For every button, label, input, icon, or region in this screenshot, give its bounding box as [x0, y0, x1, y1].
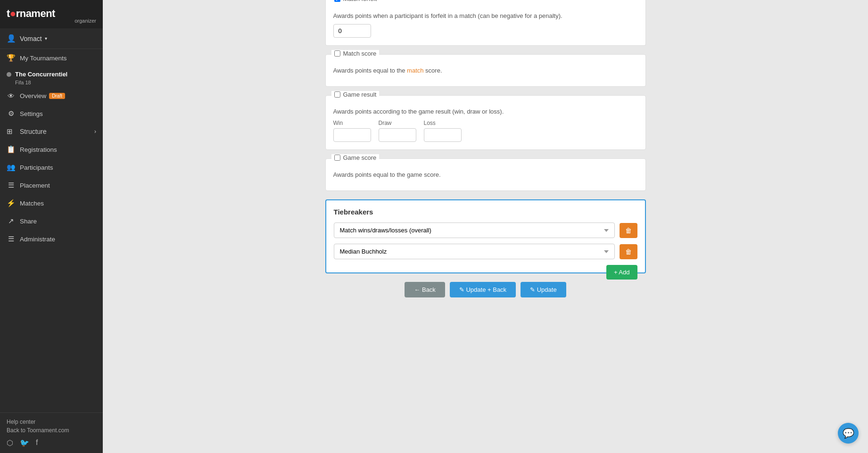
- logo-area: t●rnament organizer: [0, 0, 103, 28]
- tiebreaker-row-1: Match wins/draws/losses (overall) Median…: [334, 222, 637, 238]
- match-forfeit-section: Match forfeit Awards points when a parti…: [325, 0, 646, 46]
- placement-icon: ☰: [7, 181, 15, 189]
- match-score-label: Match score: [343, 50, 377, 57]
- help-center-link[interactable]: Help center: [7, 419, 96, 425]
- registrations-icon: 📋: [7, 145, 15, 154]
- loss-label: Loss: [424, 120, 462, 126]
- sidebar-label-structure: Structure: [20, 128, 47, 135]
- sidebar-item-matches[interactable]: ⚡ Matches: [0, 194, 103, 212]
- update-button[interactable]: ✎ Update: [521, 282, 566, 297]
- participants-icon: 👥: [7, 163, 15, 172]
- back-to-toornament-link[interactable]: Back to Toornament.com: [7, 427, 96, 434]
- win-input[interactable]: [333, 128, 371, 142]
- game-score-title: Game score: [331, 154, 380, 161]
- user-name: Vomact: [20, 35, 42, 42]
- update-back-button[interactable]: ✎ Update + Back: [450, 282, 516, 297]
- user-icon: 👤: [7, 34, 16, 43]
- sidebar-label-my-tournaments: My Tournaments: [20, 55, 67, 62]
- match-score-section: Match score Awards points equal to the m…: [325, 54, 646, 87]
- match-forfeit-label: Match forfeit: [343, 0, 377, 2]
- match-forfeit-desc: Awards points when a participant is forf…: [333, 12, 638, 19]
- chat-icon: 💬: [843, 428, 854, 439]
- sidebar-item-structure[interactable]: ⊞ Structure ›: [0, 123, 103, 140]
- logo-t: t: [7, 8, 10, 19]
- share-icon: ↗: [7, 217, 15, 225]
- game-score-label: Game score: [343, 154, 377, 161]
- sidebar-item-registrations[interactable]: 📋 Registrations: [0, 140, 103, 158]
- admin-icon: ☰: [7, 235, 15, 243]
- match-forfeit-checkbox[interactable]: [334, 0, 340, 2]
- game-score-checkbox[interactable]: [334, 155, 340, 161]
- tiebreaker-delete-2[interactable]: 🗑: [620, 244, 637, 259]
- draw-field: Draw: [379, 120, 416, 142]
- sidebar-label-overview: Overview: [20, 92, 46, 99]
- game-result-desc: Awards points according to the game resu…: [333, 108, 638, 115]
- match-score-desc-prefix: Awards points equal to the: [333, 67, 407, 74]
- tournament-name: The Concurrentiel: [15, 71, 67, 78]
- win-label: Win: [333, 120, 371, 126]
- main-content: Match forfeit Awards points when a parti…: [103, 0, 868, 453]
- loss-input[interactable]: [424, 128, 462, 142]
- twitter-icon[interactable]: 🐦: [20, 438, 29, 447]
- form-actions: ← Back ✎ Update + Back ✎ Update: [325, 282, 646, 297]
- chat-bubble[interactable]: 💬: [838, 423, 859, 444]
- game-score-section: Game score Awards points equal to the ga…: [325, 158, 646, 191]
- match-forfeit-input[interactable]: [333, 24, 371, 38]
- game-result-label: Game result: [343, 91, 377, 98]
- chevron-down-icon: ▾: [45, 36, 47, 41]
- draw-input[interactable]: [379, 128, 416, 142]
- trophy-icon: 🏆: [7, 54, 15, 62]
- user-menu[interactable]: 👤 Vomact ▾: [0, 28, 103, 49]
- sidebar: t●rnament organizer 👤 Vomact ▾ 🏆 My Tour…: [0, 0, 103, 453]
- sidebar-label-share: Share: [20, 218, 37, 225]
- tournament-dot: [7, 72, 11, 77]
- sidebar-item-my-tournaments[interactable]: 🏆 My Tournaments: [0, 49, 103, 67]
- match-score-desc: Awards points equal to the match score.: [333, 67, 638, 74]
- sub-nav: 👁 Overview Draft ⚙ Settings ⊞ Structure …: [0, 87, 103, 248]
- tournament-header: The Concurrentiel: [0, 67, 103, 80]
- sidebar-item-administrate[interactable]: ☰ Administrate: [0, 230, 103, 248]
- matches-icon: ⚡: [7, 199, 15, 207]
- sidebar-footer: Help center Back to Toornament.com ⬡ 🐦 f: [0, 412, 103, 453]
- sidebar-item-participants[interactable]: 👥 Participants: [0, 158, 103, 176]
- tiebreakers-section: Tiebreakers Match wins/draws/losses (ove…: [325, 199, 646, 273]
- loss-field: Loss: [424, 120, 462, 142]
- facebook-icon[interactable]: f: [36, 438, 38, 447]
- tiebreakers-title: Tiebreakers: [334, 208, 637, 216]
- chevron-right-icon: ›: [94, 128, 96, 135]
- settings-icon: ⚙: [7, 109, 15, 118]
- overview-icon: 👁: [7, 92, 15, 100]
- sidebar-label-participants: Participants: [20, 164, 53, 171]
- sidebar-item-placement[interactable]: ☰ Placement: [0, 176, 103, 194]
- game-result-section: Game result Awards points according to t…: [325, 95, 646, 150]
- logo-rest: rnament: [16, 8, 55, 19]
- status-badge: Draft: [49, 93, 65, 99]
- tournament-game: Fifa 18: [0, 80, 103, 85]
- structure-icon: ⊞: [7, 127, 15, 136]
- game-result-inputs: Win Draw Loss: [333, 120, 638, 142]
- match-score-checkbox[interactable]: [334, 50, 340, 57]
- game-score-desc: Awards points equal to the game score.: [333, 171, 638, 178]
- sidebar-item-settings[interactable]: ⚙ Settings: [0, 105, 103, 123]
- draw-label: Draw: [379, 120, 416, 126]
- tiebreaker-row-2: Median Buchholz Match wins/draws/losses …: [334, 244, 637, 259]
- main-nav: 🏆 My Tournaments The Concurrentiel Fifa …: [0, 49, 103, 248]
- back-button[interactable]: ← Back: [405, 282, 445, 297]
- sidebar-label-placement: Placement: [20, 182, 50, 189]
- sidebar-label-registrations: Registrations: [20, 146, 57, 153]
- match-score-title: Match score: [331, 50, 380, 57]
- sidebar-item-share[interactable]: ↗ Share: [0, 212, 103, 230]
- tiebreaker-select-1[interactable]: Match wins/draws/losses (overall) Median…: [334, 222, 615, 238]
- game-result-title: Game result: [331, 91, 380, 98]
- discord-icon[interactable]: ⬡: [7, 438, 13, 447]
- win-field: Win: [333, 120, 371, 142]
- sidebar-item-overview[interactable]: 👁 Overview Draft: [0, 87, 103, 105]
- match-score-desc-suffix: score.: [424, 67, 442, 74]
- tiebreaker-delete-1[interactable]: 🗑: [620, 223, 637, 238]
- logo-dot: ●: [10, 8, 16, 19]
- match-score-link[interactable]: match: [407, 67, 423, 74]
- game-result-checkbox[interactable]: [334, 91, 340, 98]
- add-tiebreaker-button[interactable]: + Add: [606, 265, 637, 280]
- social-icons: ⬡ 🐦 f: [7, 438, 96, 447]
- tiebreaker-select-2[interactable]: Median Buchholz Match wins/draws/losses …: [334, 244, 615, 259]
